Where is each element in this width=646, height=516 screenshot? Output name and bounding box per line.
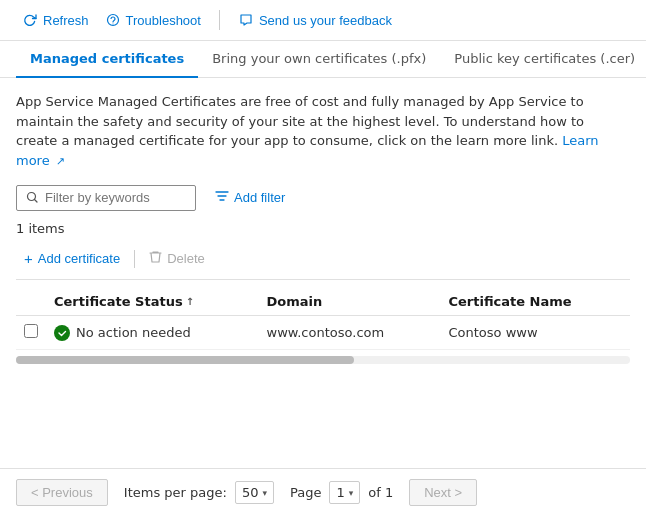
feedback-label: Send us your feedback bbox=[259, 13, 392, 28]
description-text: App Service Managed Certificates are fre… bbox=[16, 92, 626, 170]
troubleshoot-label: Troubleshoot bbox=[126, 13, 201, 28]
table-row: No action needed www.contoso.com Contoso… bbox=[16, 316, 630, 350]
col-cert-name: Certificate Name bbox=[441, 288, 631, 316]
search-icon bbox=[25, 190, 39, 206]
refresh-button[interactable]: Refresh bbox=[16, 8, 95, 32]
filter-bar: Add filter bbox=[16, 184, 630, 211]
items-per-page-select[interactable]: 50 ▾ bbox=[235, 481, 274, 504]
footer: < Previous Items per page: 50 ▾ Page 1 ▾… bbox=[0, 468, 646, 516]
col-status: Certificate Status ↑ bbox=[46, 288, 259, 316]
toolbar: Refresh Troubleshoot Send us your feedba… bbox=[0, 0, 646, 41]
items-count: 1 items bbox=[16, 221, 630, 236]
add-certificate-button[interactable]: + Add certificate bbox=[16, 247, 128, 270]
scroll-thumb[interactable] bbox=[16, 356, 354, 364]
row-checkbox-cell[interactable] bbox=[16, 316, 46, 350]
items-per-page: Items per page: 50 ▾ bbox=[124, 481, 274, 504]
next-button[interactable]: Next > bbox=[409, 479, 477, 506]
row-status-cell: No action needed bbox=[46, 316, 259, 350]
row-checkbox[interactable] bbox=[24, 324, 38, 338]
troubleshoot-icon bbox=[105, 12, 121, 28]
page-info: Page 1 ▾ of 1 bbox=[290, 481, 393, 504]
delete-icon bbox=[149, 250, 162, 267]
add-icon: + bbox=[24, 251, 33, 266]
feedback-button[interactable]: Send us your feedback bbox=[232, 8, 398, 32]
delete-button[interactable]: Delete bbox=[141, 246, 213, 271]
certificates-table: Certificate Status ↑ Domain Certificate … bbox=[16, 288, 630, 350]
tab-managed[interactable]: Managed certificates bbox=[16, 41, 198, 78]
col-domain: Domain bbox=[259, 288, 441, 316]
page-chevron-icon: ▾ bbox=[349, 488, 354, 498]
add-filter-button[interactable]: Add filter bbox=[206, 184, 294, 211]
tab-pfx[interactable]: Bring your own certificates (.pfx) bbox=[198, 41, 440, 78]
external-link-icon: ↗ bbox=[56, 155, 65, 168]
svg-point-1 bbox=[112, 23, 113, 24]
status-ok-icon bbox=[54, 325, 70, 341]
main-content: App Service Managed Certificates are fre… bbox=[0, 78, 646, 384]
search-input[interactable] bbox=[45, 190, 187, 205]
previous-button[interactable]: < Previous bbox=[16, 479, 108, 506]
scroll-track[interactable] bbox=[16, 356, 630, 364]
filter-icon bbox=[215, 189, 229, 206]
row-domain-cell: www.contoso.com bbox=[259, 316, 441, 350]
toolbar-separator bbox=[219, 10, 220, 30]
page-select[interactable]: 1 ▾ bbox=[329, 481, 360, 504]
action-separator bbox=[134, 250, 135, 268]
filter-input-wrap[interactable] bbox=[16, 185, 196, 211]
tab-cer[interactable]: Public key certificates (.cer) bbox=[440, 41, 646, 78]
refresh-icon bbox=[22, 12, 38, 28]
feedback-icon bbox=[238, 12, 254, 28]
select-all-header bbox=[16, 288, 46, 316]
sort-icon: ↑ bbox=[186, 296, 194, 307]
troubleshoot-button[interactable]: Troubleshoot bbox=[99, 8, 207, 32]
row-cert-name-cell: Contoso www bbox=[441, 316, 631, 350]
refresh-label: Refresh bbox=[43, 13, 89, 28]
chevron-down-icon: ▾ bbox=[262, 488, 267, 498]
action-bar: + Add certificate Delete bbox=[16, 246, 630, 280]
tabs: Managed certificates Bring your own cert… bbox=[0, 41, 646, 78]
